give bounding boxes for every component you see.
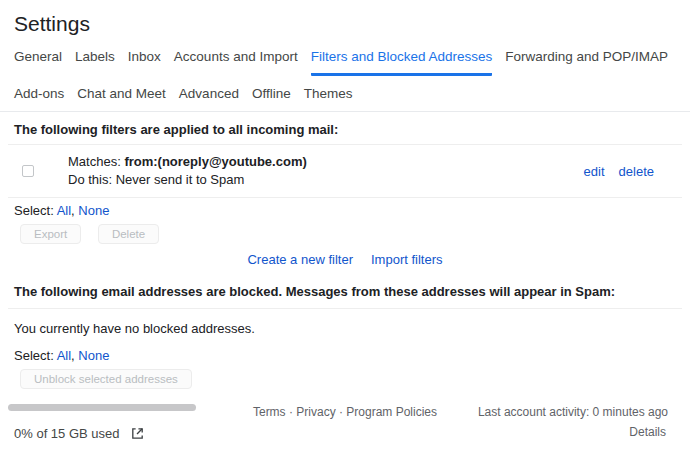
export-button[interactable]: Export bbox=[20, 224, 81, 244]
comma: , bbox=[71, 348, 75, 363]
tab-labels[interactable]: Labels bbox=[75, 49, 115, 76]
settings-tab-bar-row1: General Labels Inbox Accounts and Import… bbox=[14, 49, 690, 76]
filter-create-import-row: Create a new filter Import filters bbox=[0, 253, 690, 267]
settings-tab-bar-row2: Add-ons Chat and Meet Advanced Offline T… bbox=[14, 86, 690, 102]
matches-label: Matches: bbox=[68, 154, 121, 169]
blocked-button-row: Unblock selected addresses bbox=[20, 369, 690, 389]
select-label: Select: bbox=[14, 348, 54, 363]
do-this-label: Do this: bbox=[68, 172, 112, 187]
delete-filter-link[interactable]: delete bbox=[619, 164, 654, 179]
comma: , bbox=[71, 203, 75, 218]
tab-general[interactable]: General bbox=[14, 49, 62, 76]
filter-matches-line: Matches: from:(noreply@youtube.com) bbox=[68, 153, 584, 171]
divider bbox=[0, 111, 690, 112]
tab-advanced[interactable]: Advanced bbox=[179, 86, 239, 102]
filter-action-line: Do this: Never send it to Spam bbox=[68, 171, 584, 189]
open-in-new-icon[interactable] bbox=[130, 426, 145, 441]
select-none-link[interactable]: None bbox=[78, 203, 109, 218]
filter-actions: edit delete bbox=[584, 164, 654, 179]
filter-description: Matches: from:(noreply@youtube.com) Do t… bbox=[68, 153, 584, 189]
tab-inbox[interactable]: Inbox bbox=[128, 49, 161, 76]
tab-offline[interactable]: Offline bbox=[252, 86, 291, 102]
tab-add-ons[interactable]: Add-ons bbox=[14, 86, 64, 102]
filters-section-heading: The following filters are applied to all… bbox=[14, 123, 668, 137]
filter-row: Matches: from:(noreply@youtube.com) Do t… bbox=[8, 145, 682, 197]
filters-button-row: Export Delete bbox=[20, 224, 690, 244]
privacy-link[interactable]: Privacy bbox=[296, 405, 335, 419]
footer-separator: · bbox=[289, 405, 293, 419]
footer-separator: · bbox=[339, 405, 343, 419]
no-blocked-addresses-text: You currently have no blocked addresses. bbox=[14, 321, 676, 336]
blocked-select-row: Select: All, None bbox=[14, 349, 690, 363]
filters-table: Matches: from:(noreply@youtube.com) Do t… bbox=[8, 144, 682, 198]
delete-button[interactable]: Delete bbox=[98, 224, 159, 244]
select-all-link[interactable]: All bbox=[57, 348, 71, 363]
terms-link[interactable]: Terms bbox=[253, 405, 286, 419]
tab-themes[interactable]: Themes bbox=[304, 86, 353, 102]
blocked-section-heading: The following email addresses are blocke… bbox=[14, 285, 668, 299]
storage-usage-text: 0% of 15 GB used bbox=[14, 426, 120, 441]
select-label: Select: bbox=[14, 203, 54, 218]
edit-filter-link[interactable]: edit bbox=[584, 164, 605, 179]
tab-filters-and-blocked-addresses[interactable]: Filters and Blocked Addresses bbox=[311, 49, 493, 76]
select-all-link[interactable]: All bbox=[57, 203, 71, 218]
filters-select-row: Select: All, None bbox=[14, 204, 690, 218]
filter-checkbox[interactable] bbox=[22, 165, 34, 177]
tab-accounts-and-import[interactable]: Accounts and Import bbox=[174, 49, 298, 76]
blocked-addresses-table: You currently have no blocked addresses. bbox=[8, 308, 682, 336]
tab-chat-and-meet[interactable]: Chat and Meet bbox=[77, 86, 166, 102]
details-link[interactable]: Details bbox=[629, 425, 666, 439]
select-none-link[interactable]: None bbox=[78, 348, 109, 363]
storage-usage: 0% of 15 GB used bbox=[14, 426, 145, 441]
last-account-activity: Last account activity: 0 minutes ago bbox=[478, 405, 668, 419]
tab-forwarding-and-pop-imap[interactable]: Forwarding and POP/IMAP bbox=[505, 49, 668, 76]
matches-value: from:(noreply@youtube.com) bbox=[124, 154, 306, 169]
import-filters-link[interactable]: Import filters bbox=[371, 253, 443, 267]
program-policies-link[interactable]: Program Policies bbox=[346, 405, 437, 419]
unblock-selected-addresses-button[interactable]: Unblock selected addresses bbox=[20, 369, 192, 389]
page-title: Settings bbox=[14, 12, 690, 36]
create-new-filter-link[interactable]: Create a new filter bbox=[247, 253, 353, 267]
do-this-value: Never send it to Spam bbox=[116, 172, 245, 187]
